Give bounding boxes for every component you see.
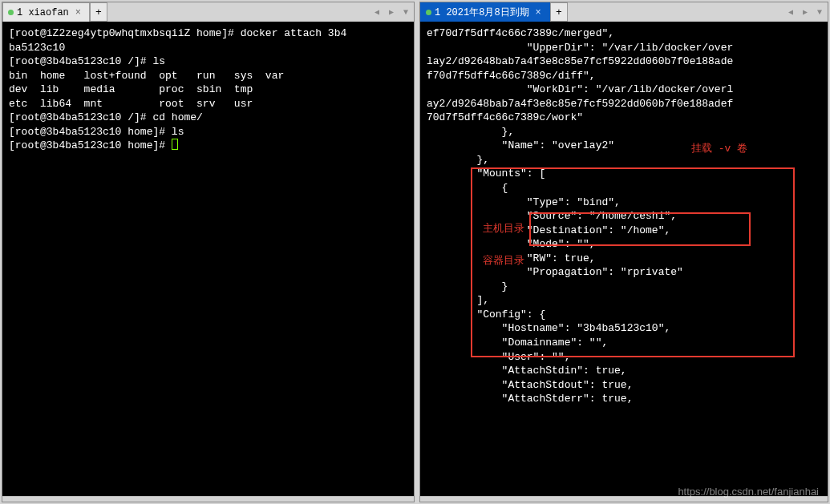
term-line: [root@3b4ba5123c10 /]# ls: [9, 54, 407, 69]
term-line: "Config": {: [427, 308, 821, 322]
term-line: ef70d7f5dff4c66c7389c/merged",: [427, 26, 821, 41]
term-line: "WorkDir": "/var/lib/docker/overl: [427, 83, 821, 97]
term-line: [root@3b4ba5123c10 /]# cd home/: [9, 111, 407, 125]
term-line: },: [427, 153, 821, 167]
term-line: "Domainname": "",: [427, 336, 821, 350]
term-line: ba5123c10: [9, 41, 407, 55]
right-statusbar: [420, 496, 828, 502]
term-line: "Type": "bind",: [427, 196, 821, 210]
term-line: [root@3b4ba5123c10 home]#: [9, 139, 407, 153]
right-panel: 1 2021年8月8日到期 × + ◀ ▶ ▼ ef70d7f5dff4c66c…: [419, 2, 828, 502]
tab-next-icon[interactable]: ▶: [385, 5, 398, 19]
term-line: ay2/d92648bab7a4f3e8c85e7fcf5922dd060b7f…: [427, 97, 821, 111]
tab-nav-left: ◀ ▶ ▼: [370, 2, 412, 22]
term-line: "Mounts": [: [427, 167, 821, 181]
term-line: 70d7f5dff4c66c7389c/work": [427, 111, 821, 125]
term-line: },: [427, 125, 821, 139]
term-line: dev lib media proc sbin tmp: [9, 83, 407, 97]
term-line: "AttachStdin": true,: [427, 364, 821, 378]
cursor-icon: [172, 139, 178, 150]
left-terminal[interactable]: [root@iZ2zeg4ytp0whqtmxbsqiiZ home]# doc…: [2, 22, 414, 496]
add-tab-button[interactable]: +: [90, 2, 107, 22]
term-line: ],: [427, 293, 821, 308]
plus-icon: +: [556, 6, 562, 18]
term-line: "AttachStderr": true,: [427, 392, 821, 406]
term-line: "User": "",: [427, 350, 821, 365]
term-line: "Name": "overlay2": [427, 139, 821, 153]
left-tabbar: 1 xiaofan × + ◀ ▶ ▼: [2, 2, 414, 22]
tab-xiaofan[interactable]: 1 xiaofan ×: [2, 2, 90, 22]
close-icon[interactable]: ×: [536, 7, 541, 18]
tab-nav-right: ◀ ▶ ▼: [784, 2, 826, 22]
tab-prev-icon[interactable]: ◀: [370, 5, 383, 19]
tab-menu-icon[interactable]: ▼: [399, 5, 412, 19]
annotation-mount: 挂载 -v 卷: [691, 142, 747, 156]
term-line: [root@iZ2zeg4ytp0whqtmxbsqiiZ home]# doc…: [9, 26, 407, 41]
tab-menu-icon[interactable]: ▼: [813, 5, 826, 19]
status-dot-icon: [426, 10, 431, 15]
annotation-host-dir: 主机目录: [483, 222, 524, 236]
term-line: bin home lost+found opt run sys var: [9, 69, 407, 83]
tab-label: 1 2021年8月8日到期: [435, 6, 529, 19]
left-statusbar: [2, 496, 414, 502]
close-icon[interactable]: ×: [75, 7, 81, 18]
right-tabbar: 1 2021年8月8日到期 × + ◀ ▶ ▼: [420, 2, 828, 22]
term-line: f70d7f5dff4c66c7389c/diff",: [427, 69, 821, 83]
tab-label: 1 xiaofan: [17, 7, 69, 18]
right-terminal[interactable]: ef70d7f5dff4c66c7389c/merged", "UpperDir…: [420, 22, 828, 496]
term-line: "UpperDir": "/var/lib/docker/over: [427, 41, 821, 55]
add-tab-button[interactable]: +: [550, 2, 568, 22]
annotation-container-dir: 容器目录: [483, 254, 524, 268]
term-line: [root@3b4ba5123c10 home]# ls: [9, 125, 407, 139]
term-line: "Hostname": "3b4ba5123c10",: [427, 321, 821, 336]
tab-next-icon[interactable]: ▶: [799, 5, 812, 19]
tab-prev-icon[interactable]: ◀: [784, 5, 797, 19]
status-dot-icon: [8, 10, 14, 15]
term-line: {: [427, 181, 821, 196]
plus-icon: +: [95, 6, 102, 18]
prompt-text: [root@3b4ba5123c10 home]#: [9, 139, 172, 151]
term-line: }: [427, 280, 821, 294]
left-panel: 1 xiaofan × + ◀ ▶ ▼ [root@iZ2zeg4ytp0whq…: [2, 2, 415, 502]
term-line: lay2/d92648bab7a4f3e8c85e7fcf5922dd060b7…: [427, 54, 821, 69]
term-line: etc lib64 mnt root srv usr: [9, 97, 407, 111]
term-line: "AttachStdout": true,: [427, 378, 821, 393]
term-line: "Mode": "",: [427, 237, 821, 252]
tab-expiry[interactable]: 1 2021年8月8日到期 ×: [420, 2, 550, 22]
